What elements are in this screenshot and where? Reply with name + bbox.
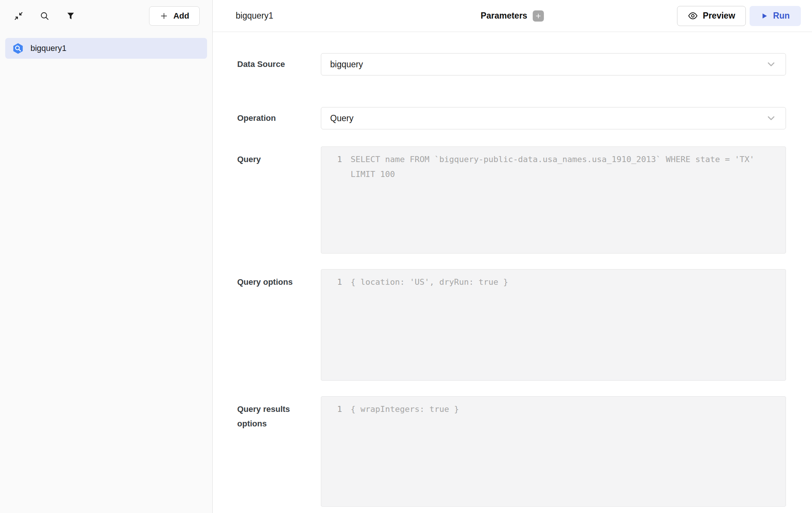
app-root: Add bigquery1 bigquery1 Parameters [0, 0, 812, 513]
operation-label: Operation [237, 111, 276, 126]
preview-button-label: Preview [703, 11, 735, 21]
eye-icon [688, 11, 698, 21]
collapse-icon [13, 11, 24, 21]
query-results-options-placeholder: { wrapIntegers: true } [342, 402, 786, 417]
query-row: Query 1 SELECT name FROM `bigquery-publi… [237, 146, 812, 254]
operation-select[interactable]: Query [321, 107, 786, 129]
filter-icon [65, 11, 76, 21]
operation-value: Query [330, 113, 354, 123]
query-editor[interactable]: 1 SELECT name FROM `bigquery-public-data… [321, 146, 786, 254]
line-number: 1 [321, 152, 342, 167]
header-actions: Preview Run [677, 6, 801, 26]
search-button[interactable] [39, 10, 51, 22]
collapse-panel-button[interactable] [13, 10, 25, 22]
data-source-label: Data Source [237, 57, 285, 72]
query-options-placeholder: { location: 'US', dryRun: true } [342, 275, 786, 290]
query-results-options-row: Query results options 1 { wrapIntegers: … [237, 396, 812, 507]
query-item-label: bigquery1 [30, 43, 67, 53]
line-number: 1 [321, 275, 342, 290]
plus-icon [160, 12, 168, 20]
play-icon [761, 12, 768, 20]
search-icon [39, 11, 50, 21]
main-panel: bigquery1 Parameters Preview [213, 0, 812, 513]
add-button-label: Add [173, 11, 189, 21]
query-options-label: Query options [237, 275, 293, 290]
parameters-label: Parameters [481, 11, 527, 21]
preview-button[interactable]: Preview [677, 6, 746, 26]
query-form: Data Source bigquery Operation Query [213, 32, 812, 513]
chevron-down-icon [766, 113, 777, 124]
line-number: 1 [321, 402, 342, 417]
query-title: bigquery1 [236, 11, 273, 21]
filter-button[interactable] [65, 10, 77, 22]
data-source-value: bigquery [330, 59, 363, 70]
main-header: bigquery1 Parameters Preview [213, 0, 812, 32]
run-button[interactable]: Run [750, 6, 801, 26]
query-results-options-label: Query results options [237, 402, 304, 431]
plus-icon [535, 13, 541, 19]
operation-row: Operation Query [237, 107, 812, 129]
query-options-editor[interactable]: 1 { location: 'US', dryRun: true } [321, 269, 786, 381]
chevron-down-icon [766, 59, 777, 70]
data-source-select[interactable]: bigquery [321, 53, 786, 75]
sidebar-toolbar: Add [0, 0, 212, 32]
query-list-item-bigquery1[interactable]: bigquery1 [5, 38, 207, 59]
query-options-row: Query options 1 { location: 'US', dryRun… [237, 269, 812, 381]
add-query-button[interactable]: Add [149, 6, 200, 26]
query-results-options-editor[interactable]: 1 { wrapIntegers: true } [321, 396, 786, 507]
run-button-label: Run [773, 11, 790, 21]
parameters-section: Parameters [481, 10, 544, 22]
data-source-row: Data Source bigquery [237, 53, 812, 75]
sidebar: Add bigquery1 [0, 0, 213, 513]
query-label: Query [237, 152, 261, 167]
add-parameter-button[interactable] [533, 10, 544, 22]
query-placeholder: SELECT name FROM `bigquery-public-data.u… [342, 152, 786, 182]
query-list: bigquery1 [0, 32, 212, 65]
bigquery-icon [12, 42, 24, 55]
